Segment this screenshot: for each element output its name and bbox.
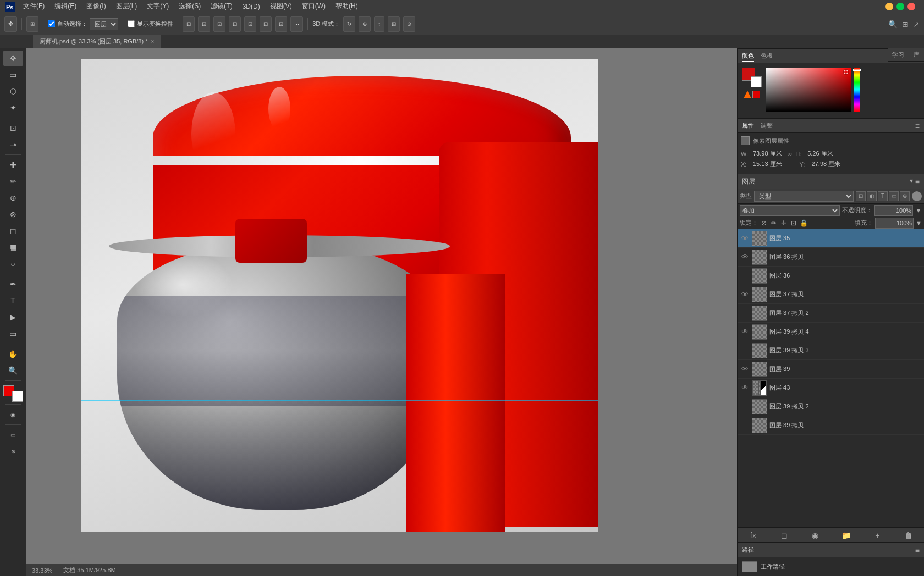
link-icon[interactable]: ∞ [788, 150, 793, 158]
zoom-tool[interactable]: 🔍 [3, 363, 23, 378]
auto-select-dropdown[interactable]: 图层 组 [90, 18, 118, 30]
window-maximize-btn[interactable] [897, 3, 904, 10]
filter-pixel-btn[interactable]: ⊡ [856, 191, 866, 201]
path-select-tool[interactable]: ▶ [3, 309, 23, 325]
delete-layer-btn[interactable]: 🗑 [903, 530, 914, 541]
3d-tools-btn[interactable]: ⊛ [3, 444, 23, 459]
layer-visibility-btn[interactable] [740, 402, 750, 412]
add-mask-btn[interactable]: ◻ [779, 530, 790, 541]
layer-item[interactable]: 👁图层 37 拷贝 [738, 285, 924, 304]
menu-layer[interactable]: 图层(L) [112, 1, 142, 12]
y-value[interactable]: 27.98 厘米 [812, 160, 841, 168]
lock-paint-btn[interactable]: ✏ [770, 219, 778, 227]
properties-panel-menu-btn[interactable]: ≡ [915, 121, 920, 130]
show-transform-checkbox[interactable] [128, 20, 135, 27]
lock-position-btn[interactable]: ✛ [780, 219, 788, 227]
layer-visibility-btn[interactable] [740, 308, 750, 318]
share-btn[interactable]: ↗ [913, 20, 920, 29]
lock-all-btn[interactable]: 🔒 [800, 219, 807, 227]
menu-text[interactable]: 文字(Y) [142, 1, 173, 12]
new-layer-btn[interactable]: + [872, 530, 883, 541]
distribute-btn[interactable]: ⊡ [275, 16, 287, 32]
layer-visibility-btn[interactable]: 👁 [740, 364, 750, 374]
menu-file[interactable]: 文件(F) [19, 1, 49, 12]
tab-close-btn[interactable]: × [151, 38, 154, 45]
align-right-btn[interactable]: ⊡ [213, 16, 226, 32]
more-options-btn[interactable]: ··· [290, 16, 303, 32]
new-fill-btn[interactable]: ◉ [810, 530, 821, 541]
layer-item[interactable]: 图层 39 拷贝 3 [738, 341, 924, 360]
fill-input[interactable] [875, 218, 914, 229]
layer-visibility-btn[interactable] [740, 420, 750, 430]
window-minimize-btn[interactable] [886, 3, 893, 10]
gradient-tool[interactable]: ▦ [3, 240, 23, 255]
crop-tool[interactable]: ⊡ [3, 120, 23, 136]
brush-tool[interactable]: ✏ [3, 174, 23, 189]
opacity-chevron[interactable]: ▼ [915, 207, 922, 214]
menu-select[interactable]: 选择(S) [174, 1, 205, 12]
history-tool[interactable]: ⊗ [3, 207, 23, 222]
text-tool[interactable]: T [3, 293, 23, 308]
path-panel-menu-btn[interactable]: ≡ [915, 546, 920, 555]
adjustments-tab[interactable]: 调整 [761, 120, 773, 131]
dodge-tool[interactable]: ○ [3, 256, 23, 272]
menu-help[interactable]: 帮助(H) [331, 1, 362, 12]
align-left-btn[interactable]: ⊡ [183, 16, 195, 32]
3d-rotate-btn[interactable]: ↻ [343, 16, 355, 32]
workspace-btn[interactable]: ⊞ [902, 20, 909, 29]
layer-item[interactable]: 👁图层 39 拷贝 4 [738, 323, 924, 341]
artboard-tool-btn[interactable]: ⊞ [26, 16, 38, 32]
3d-scale-btn[interactable]: ⊞ [388, 16, 400, 32]
new-group-btn[interactable]: 📁 [841, 530, 852, 541]
move-tool[interactable]: ✥ [3, 51, 23, 66]
menu-filter[interactable]: 滤镜(T) [206, 1, 237, 12]
bg-color-swatch[interactable] [751, 76, 762, 87]
magic-wand-tool[interactable]: ✦ [3, 100, 23, 115]
hue-slider[interactable] [854, 68, 860, 112]
filter-smart-btn[interactable]: ⊛ [900, 191, 910, 201]
layer-item[interactable]: 👁图层 35 [738, 229, 924, 248]
lock-artboard-btn[interactable]: ⊡ [790, 219, 798, 227]
menu-image[interactable]: 图像(I) [82, 1, 110, 12]
healing-tool[interactable]: ✚ [3, 157, 23, 173]
layers-panel-menu-btn[interactable]: ≡ [915, 177, 920, 186]
move-tool-btn[interactable]: ✥ [4, 16, 17, 32]
menu-view[interactable]: 视图(V) [266, 1, 296, 12]
align-center-btn[interactable]: ⊡ [198, 16, 210, 32]
add-style-btn[interactable]: fx [747, 530, 758, 541]
align-bottom-btn[interactable]: ⊡ [260, 16, 272, 32]
small-swatch[interactable] [752, 91, 760, 98]
background-color[interactable] [12, 391, 23, 402]
layer-visibility-btn[interactable]: 👁 [740, 234, 750, 243]
document-tab[interactable]: 厨师机.psd @ 33.3% (图层 35, RGB/8) * × [33, 35, 161, 48]
3d-orbit-btn[interactable]: ⊙ [403, 16, 415, 32]
menu-edit[interactable]: 编辑(E) [50, 1, 81, 12]
hand-tool[interactable]: ✋ [3, 346, 23, 362]
quick-mask-btn[interactable]: ◉ [3, 407, 23, 422]
layers-panel-options-btn[interactable]: ▾ [910, 177, 913, 186]
align-top-btn[interactable]: ⊡ [229, 16, 241, 32]
w-value[interactable]: 73.98 厘米 [753, 149, 782, 158]
eraser-tool[interactable]: ◻ [3, 223, 23, 239]
blend-mode-select[interactable]: 叠加 正常 正片叠底 滤色 [740, 205, 840, 216]
layer-visibility-btn[interactable]: 👁 [740, 327, 750, 337]
lock-pixel-btn[interactable]: ⊘ [760, 219, 768, 227]
opacity-input[interactable] [875, 205, 913, 216]
layer-item[interactable]: 图层 39 拷贝 [738, 416, 924, 435]
3d-pan-btn[interactable]: ⊕ [359, 16, 371, 32]
screen-mode-btn[interactable]: ▭ [3, 427, 23, 442]
fill-chevron[interactable]: ▼ [916, 220, 922, 226]
align-middle-btn[interactable]: ⊡ [244, 16, 256, 32]
color-gradient-box[interactable] [766, 68, 851, 112]
pen-tool[interactable]: ✒ [3, 276, 23, 292]
clone-tool[interactable]: ⊕ [3, 190, 23, 206]
h-value[interactable]: 5.26 厘米 [807, 149, 833, 158]
layer-type-filter[interactable]: 类型 名称 效果 [754, 191, 854, 202]
library-btn[interactable]: 库 [909, 48, 924, 61]
search-btn[interactable]: 🔍 [888, 20, 898, 29]
eyedropper-tool[interactable]: ⊸ [3, 137, 23, 152]
layer-visibility-btn[interactable] [740, 271, 750, 281]
lasso-tool[interactable]: ⬡ [3, 84, 23, 99]
swatches-tab[interactable]: 色板 [761, 51, 773, 62]
layer-item[interactable]: 图层 37 拷贝 2 [738, 304, 924, 323]
